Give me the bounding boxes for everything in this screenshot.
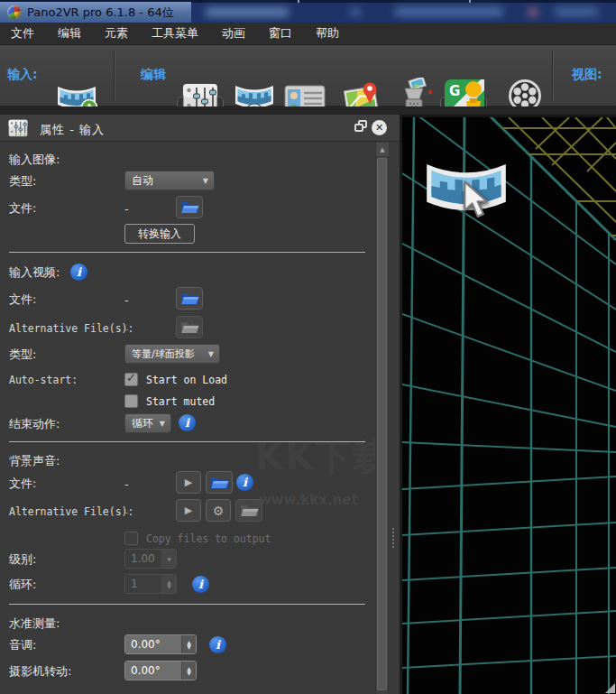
toolbar-separator [114, 51, 115, 101]
image-file-label: 文件: [9, 200, 36, 217]
toolbar-separator [552, 51, 554, 101]
video-alt-file-label: Alternative File(s): [9, 322, 133, 335]
folder-icon [210, 476, 229, 489]
spinner-value: 1 [125, 575, 161, 593]
panel-header[interactable]: 属性 - 输入 ✕ [0, 115, 400, 142]
roll-label: 摄影机转动: [9, 663, 71, 680]
toolbar-gap [0, 106, 616, 115]
background-window-blur [395, 7, 503, 16]
spinner-value: 1.00 [125, 550, 161, 568]
loop-row: 循环: 1 ▲ ▼ i [9, 574, 370, 596]
sound-file-label: 文件: [9, 476, 36, 492]
input-video-heading-row: 输入视频: i [9, 262, 370, 283]
autostart-label: Auto-start: [9, 374, 78, 386]
spinner-value: 0.00° [125, 635, 181, 653]
sound-info-icon[interactable]: i [236, 474, 253, 491]
panel-title: 属性 - 输入 [40, 122, 105, 138]
close-panel-button[interactable]: ✕ [372, 120, 387, 135]
chevron-down-icon: ▼ [187, 644, 191, 649]
mouse-cursor-icon [462, 180, 492, 220]
menu-tools[interactable]: 工具菜单 [143, 25, 207, 42]
chevron-down-icon: ▼ [167, 557, 171, 561]
sound-open-file-button[interactable] [206, 471, 233, 494]
sound-file-row: 文件: - ▶ i [9, 471, 370, 495]
loop-info-icon[interactable]: i [192, 576, 209, 593]
start-muted-checkbox[interactable] [124, 394, 138, 408]
image-file-row: 文件: - [9, 196, 370, 220]
menu-help[interactable]: 帮助 [307, 25, 348, 42]
float-panel-button[interactable] [354, 120, 369, 134]
dropdown-value: 自动 [125, 173, 153, 189]
video-open-file-button[interactable] [176, 287, 203, 310]
pitch-label: 音调: [9, 637, 36, 653]
folder-icon [180, 320, 199, 334]
start-muted-row: Start muted [9, 391, 370, 412]
panel-scrollbar[interactable]: ▲ [375, 143, 388, 694]
menu-animation[interactable]: 动画 [213, 25, 254, 42]
video-type-row: 类型: 等量/球面投影 ▼ [9, 344, 370, 366]
sound-file-value: - [124, 477, 129, 490]
background-sound-heading-row: 背景声音: [9, 450, 370, 472]
folder-icon [240, 504, 259, 517]
spinner-value: 0.00° [125, 662, 181, 680]
sound-alt-play-button[interactable]: ▶ [176, 499, 201, 522]
sound-play-button[interactable]: ▶ [176, 471, 201, 494]
window-title: Pano2VR pro 6.1.8 - 64位 [27, 5, 174, 21]
background-sound-heading: 背景声音: [9, 453, 60, 469]
input-video-heading: 输入视频: [9, 264, 60, 281]
play-icon: ▶ [185, 477, 192, 488]
image-type-row: 类型: 自动 ▼ [9, 171, 370, 192]
roll-row: 摄影机转动: 0.00° ▲ ▼ [9, 661, 370, 682]
start-on-load-label: Start on Load [146, 374, 227, 386]
sound-alt-settings-button[interactable]: ⚙ [206, 499, 231, 522]
scrollbar-thumb[interactable] [377, 158, 387, 690]
roll-spinner[interactable]: 0.00° ▲ ▼ [124, 661, 197, 680]
scrollbar-up-button[interactable]: ▲ [376, 143, 389, 156]
properties-panel: 属性 - 输入 ✕ KK下载 www.kkx.net 输入图像: 类型: 自动 … [0, 115, 400, 694]
resize-grip[interactable] [605, 683, 615, 693]
folder-icon [180, 200, 199, 214]
autostart-row: Auto-start: ✓ Start on Load [9, 369, 370, 391]
input-image-heading-row: 输入图像: [9, 149, 370, 171]
svg-text:G: G [449, 83, 460, 99]
toolbar: 输入: 编辑 [0, 45, 616, 106]
convert-input-button[interactable]: 转换输入 [124, 224, 195, 244]
chevron-down-icon: ▼ [154, 420, 170, 428]
play-icon: ▶ [185, 504, 192, 516]
video-file-label: 文件: [9, 291, 36, 308]
menu-window[interactable]: 窗口 [260, 25, 301, 42]
section-separator [9, 604, 365, 605]
menu-edit[interactable]: 编辑 [49, 25, 90, 42]
menu-file[interactable]: 文件 [2, 25, 43, 42]
dropdown-value: 等量/球面投影 [125, 347, 195, 361]
level-spinner: 1.00 ▼ [124, 549, 177, 569]
title-bar[interactable]: Pano2VR pro 6.1.8 - 64位 [0, 0, 616, 23]
loop-label: 循环: [9, 577, 36, 593]
end-action-dropdown[interactable]: 循环 ▼ [124, 413, 171, 433]
spinner-arrows: ▲ ▼ [161, 575, 176, 593]
dropdown-value: 循环 [125, 416, 153, 431]
pitch-spinner[interactable]: 0.00° ▲ ▼ [124, 634, 197, 654]
menu-elements[interactable]: 元素 [96, 25, 137, 42]
end-action-row: 结束动作: 循环 ▼ i [9, 412, 370, 436]
spinner-arrows[interactable]: ▲ ▼ [181, 662, 196, 680]
viewer-canvas[interactable] [400, 115, 616, 694]
titlebar-active-region[interactable]: Pano2VR pro 6.1.8 - 64位 [0, 2, 191, 23]
start-on-load-checkbox[interactable]: ✓ [124, 373, 138, 386]
panel-splitter[interactable] [388, 115, 400, 694]
end-action-label: 结束动作: [9, 416, 60, 432]
spinner-arrows: ▼ [161, 550, 176, 568]
video-info-icon[interactable]: i [70, 264, 87, 281]
toolbar-view-label: 视图: [572, 67, 602, 83]
pitch-info-icon[interactable]: i [209, 636, 226, 653]
app-logo-icon [7, 5, 21, 19]
leveling-heading-row: 水准测量: [9, 613, 370, 634]
end-action-info-icon[interactable]: i [179, 414, 196, 431]
leveling-heading: 水准测量: [9, 615, 60, 632]
image-open-file-button[interactable] [176, 196, 203, 218]
spinner-arrows[interactable]: ▲ ▼ [181, 635, 196, 653]
video-type-dropdown[interactable]: 等量/球面投影 ▼ [124, 344, 220, 364]
image-type-dropdown[interactable]: 自动 ▼ [124, 171, 215, 190]
image-file-value: - [124, 201, 129, 215]
pitch-row: 音调: 0.00° ▲ ▼ i [9, 634, 370, 656]
